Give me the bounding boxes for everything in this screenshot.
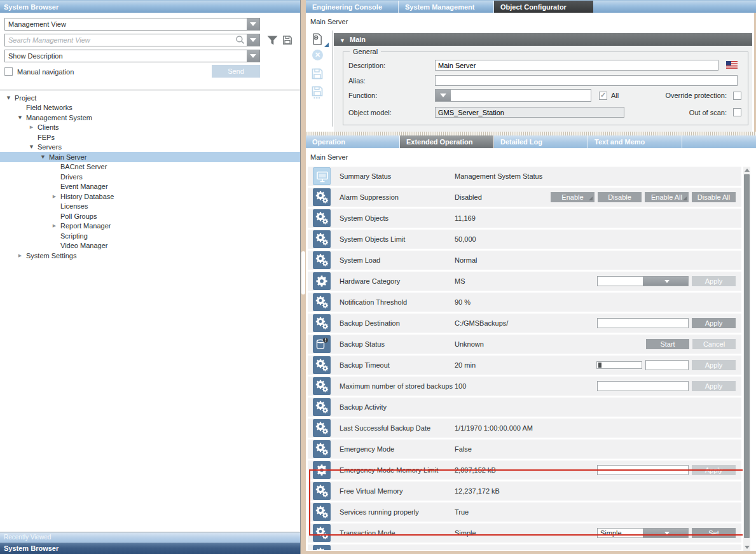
- collapse-icon[interactable]: ▼: [5, 95, 12, 100]
- collapse-icon[interactable]: ▼: [39, 155, 46, 160]
- expand-icon[interactable]: ▶: [28, 125, 35, 130]
- delete-icon[interactable]: ✕: [311, 50, 327, 65]
- scroll-up-icon[interactable]: [743, 167, 750, 174]
- tree-item-project[interactable]: ▼Project: [0, 93, 300, 103]
- property-list: Summary Status Management System Status …: [308, 167, 743, 550]
- row-input[interactable]: [597, 318, 689, 328]
- tab-object-configurator[interactable]: Object Configurator: [494, 1, 593, 13]
- display-mode-selector[interactable]: Show Description: [4, 50, 260, 62]
- save-as-icon[interactable]: [311, 85, 327, 100]
- main-section-header[interactable]: ▼Main: [334, 33, 752, 46]
- row-input[interactable]: [597, 381, 689, 391]
- tree-item-bacnet-server[interactable]: BACnet Server: [0, 162, 300, 172]
- collapse-section-icon[interactable]: ▼: [339, 34, 346, 47]
- cancel-button[interactable]: Cancel: [692, 339, 736, 349]
- row-input[interactable]: [597, 465, 689, 475]
- tab-text-and-memo[interactable]: Text and Memo: [588, 135, 682, 148]
- description-field[interactable]: [435, 60, 718, 71]
- send-button[interactable]: Send: [212, 65, 260, 78]
- chevron-down-icon[interactable]: [436, 90, 451, 101]
- set-button[interactable]: Set: [692, 528, 736, 538]
- tree-item-poll-groups[interactable]: Poll Groups: [0, 211, 300, 221]
- all-checkbox[interactable]: [599, 92, 607, 100]
- tree-item-management-system[interactable]: ▼Management System: [0, 113, 300, 123]
- timeout-slider[interactable]: [596, 361, 642, 369]
- manual-navigation-checkbox[interactable]: [4, 67, 13, 76]
- apply-button[interactable]: Apply: [692, 360, 736, 370]
- disable-button[interactable]: Disable: [598, 192, 642, 202]
- row-summary-status: Summary Status Management System Status: [308, 167, 741, 186]
- tree-item-feps[interactable]: FEPs: [0, 132, 300, 142]
- monitor-icon: [313, 167, 331, 185]
- chevron-down-icon[interactable]: [247, 18, 259, 30]
- tree-item-servers[interactable]: ▼Servers: [0, 142, 300, 153]
- apply-button[interactable]: Apply: [692, 318, 736, 328]
- tree-item-report-manager[interactable]: ▶Report Manager: [0, 221, 300, 232]
- recently-viewed-bar[interactable]: Recently Viewed: [0, 532, 300, 543]
- save-icon[interactable]: [311, 67, 327, 83]
- gears-icon: [313, 482, 331, 500]
- row-input[interactable]: [645, 360, 689, 370]
- slider-thumb[interactable]: [598, 363, 601, 368]
- tree-item-video-manager[interactable]: Video Manager: [0, 241, 300, 251]
- enable-button[interactable]: Enable: [551, 192, 594, 202]
- out-of-scan-checkbox[interactable]: [733, 108, 741, 116]
- tab-extended-operation[interactable]: Extended Operation: [400, 135, 494, 148]
- collapse-icon[interactable]: ▼: [17, 115, 24, 120]
- tree-item-scripting[interactable]: Scripting: [0, 231, 300, 241]
- scrollbar-thumb[interactable]: [744, 174, 750, 538]
- tab-system-management[interactable]: System Management: [399, 1, 494, 13]
- system-browser-bottom-bar[interactable]: System Browser: [0, 543, 300, 554]
- tree-item-licenses[interactable]: Licenses: [0, 202, 300, 212]
- chevron-down-icon[interactable]: [247, 50, 259, 62]
- collapse-icon[interactable]: ▼: [28, 144, 35, 149]
- function-selector[interactable]: [435, 89, 591, 102]
- property-value: Simple: [455, 523, 476, 543]
- expand-icon[interactable]: ▶: [51, 223, 58, 228]
- tree-item-drivers[interactable]: Drivers: [0, 172, 300, 182]
- new-object-icon[interactable]: [311, 32, 327, 47]
- enable-all-button[interactable]: Enable All: [645, 192, 689, 202]
- save-search-icon[interactable]: [282, 35, 292, 46]
- chevron-down-icon[interactable]: [643, 277, 688, 286]
- panel-splitter-handle[interactable]: [301, 251, 305, 294]
- tab-engineering-console[interactable]: Engineering Console: [306, 1, 399, 13]
- tree-item-main-server[interactable]: ▼Main Server: [0, 152, 300, 162]
- apply-button[interactable]: Apply: [692, 276, 736, 286]
- property-value: 1/1/1970 1:00:00.000 AM: [455, 419, 533, 438]
- tab-operation[interactable]: Operation: [306, 135, 400, 148]
- expand-icon[interactable]: ▶: [51, 194, 58, 199]
- row-free-virtual-memory: Free Virtual Memory 12,237,172 kB: [308, 481, 741, 501]
- row-select[interactable]: Simple: [597, 528, 689, 538]
- scroll-down-icon[interactable]: [743, 544, 750, 551]
- tree-item-system-settings[interactable]: ▶System Settings: [0, 251, 300, 261]
- tree-item-clients[interactable]: ▶Clients: [0, 123, 300, 133]
- tree-item-label: Project: [15, 94, 36, 102]
- search-icon[interactable]: [235, 35, 245, 46]
- view-selector[interactable]: Management View: [4, 18, 260, 31]
- apply-button[interactable]: Apply: [692, 465, 736, 475]
- row-last-successful-backup-date: Last Successful Backup Date 1/1/1970 1:0…: [308, 419, 741, 438]
- override-protection-checkbox[interactable]: [733, 92, 741, 100]
- alias-field[interactable]: [435, 75, 738, 86]
- object-configurator-pane: Main Server ✕ ▼Main General Description:: [306, 13, 754, 132]
- start-button[interactable]: Start: [646, 339, 689, 349]
- tab-detailed-log[interactable]: Detailed Log: [494, 135, 588, 148]
- gears-icon: [313, 230, 331, 248]
- gear-icon: [313, 272, 331, 290]
- chevron-down-icon[interactable]: [643, 529, 688, 537]
- expand-icon[interactable]: ▶: [17, 253, 24, 258]
- property-controls: Apply: [597, 276, 736, 286]
- new-object-menu-icon[interactable]: [324, 43, 329, 47]
- property-value: Management System Status: [455, 167, 542, 186]
- tree-item-field-networks[interactable]: Field Networks: [0, 103, 300, 113]
- search-input[interactable]: [5, 34, 235, 46]
- filter-icon[interactable]: [267, 36, 278, 46]
- disable-all-button[interactable]: Disable All: [692, 192, 736, 202]
- search-options-chevron-icon[interactable]: [247, 34, 259, 46]
- row-select[interactable]: [597, 276, 689, 286]
- apply-button[interactable]: Apply: [692, 381, 736, 391]
- tree-item-event-manager[interactable]: Event Manager: [0, 182, 300, 192]
- tree-item-history-database[interactable]: ▶History Database: [0, 191, 300, 202]
- vertical-scrollbar[interactable]: [743, 167, 750, 551]
